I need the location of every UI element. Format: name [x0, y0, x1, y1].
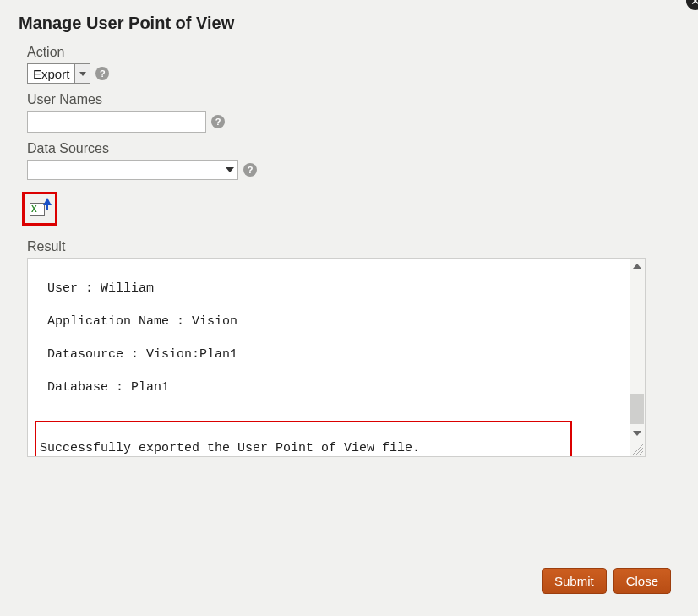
- result-label: Result: [27, 239, 698, 254]
- action-select[interactable]: Export: [27, 63, 90, 84]
- result-line: User : William: [40, 281, 608, 297]
- action-select-value: Export: [28, 65, 74, 83]
- scroll-down-icon[interactable]: [630, 426, 645, 441]
- result-line: Datasource : Vision:Plan1: [40, 346, 608, 363]
- resize-handle-icon[interactable]: [633, 444, 643, 455]
- chevron-down-icon[interactable]: [74, 64, 90, 83]
- result-line: Successfully exported the User Point of …: [40, 440, 570, 457]
- scroll-up-icon[interactable]: [630, 259, 645, 274]
- data-sources-select[interactable]: [27, 160, 238, 180]
- dialog-title: Manage User Point of View: [0, 0, 698, 36]
- help-icon[interactable]: ?: [95, 67, 109, 80]
- data-sources-label: Data Sources: [27, 141, 698, 156]
- help-icon[interactable]: ?: [243, 163, 257, 177]
- export-excel-icon[interactable]: X: [30, 199, 50, 218]
- action-label: Action: [27, 45, 698, 60]
- manage-pov-dialog: ✕ Manage User Point of View Action Expor…: [0, 0, 698, 616]
- result-line: Database : Plan1: [40, 379, 608, 396]
- result-textarea[interactable]: User : William Application Name : Vision…: [27, 258, 646, 457]
- help-icon[interactable]: ?: [211, 115, 225, 128]
- submit-button[interactable]: Submit: [542, 568, 607, 594]
- button-bar: Submit Close: [542, 568, 671, 594]
- user-names-label: User Names: [27, 92, 698, 107]
- user-names-input[interactable]: [27, 111, 206, 133]
- scrollbar[interactable]: [630, 259, 645, 456]
- result-content: User : William Application Name : Vision…: [28, 259, 619, 457]
- result-line: Application Name : Vision: [40, 313, 608, 330]
- result-success-highlight: Successfully exported the User Point of …: [35, 421, 572, 458]
- export-button-highlight: X: [22, 192, 57, 226]
- caret-down-icon: [226, 167, 234, 172]
- scroll-thumb[interactable]: [630, 394, 644, 424]
- close-button[interactable]: Close: [613, 568, 671, 594]
- form-section: Action Export ? User Names ? Data Source…: [0, 45, 698, 226]
